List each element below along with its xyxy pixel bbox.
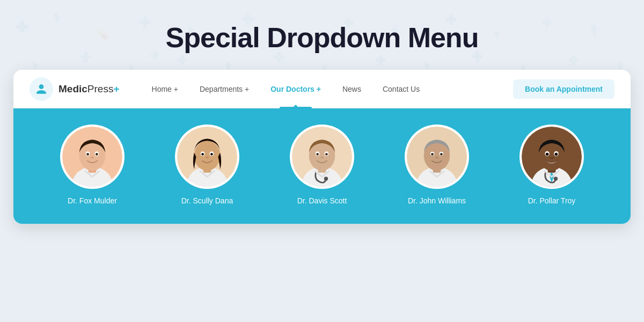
page-title: Special Dropdown Menu <box>0 21 644 54</box>
doctor-avatar-2 <box>175 125 239 189</box>
svg-point-85 <box>554 177 558 180</box>
doctor-name-1: Dr. Fox Mulder <box>68 196 117 205</box>
doctor-card-2[interactable]: Dr. Scully Dana <box>159 125 255 205</box>
svg-point-72 <box>316 153 319 156</box>
svg-point-81 <box>440 153 443 156</box>
nav-item-departments[interactable]: Departments + <box>189 70 260 108</box>
doctor-avatar-4 <box>405 125 469 189</box>
svg-point-64 <box>210 153 213 156</box>
brand-icon <box>30 77 53 101</box>
nav-item-our-doctors[interactable]: Our Doctors + <box>260 70 332 108</box>
nav-item-home[interactable]: Home + <box>141 70 189 108</box>
doctor-card-3[interactable]: Dr. Davis Scott <box>274 125 370 205</box>
svg-point-56 <box>96 153 98 156</box>
card-wrapper: MedicPress+ Home + Departments + Our Doc… <box>13 70 631 224</box>
page-title-area: Special Dropdown Menu <box>0 0 644 64</box>
svg-point-80 <box>431 153 434 156</box>
nav-item-contact[interactable]: Contact Us <box>372 70 430 108</box>
doctor-card-1[interactable]: Dr. Fox Mulder <box>44 125 141 205</box>
brand-name: MedicPress+ <box>58 83 120 95</box>
svg-point-90 <box>555 153 558 156</box>
svg-point-55 <box>86 153 89 156</box>
doctor-avatar-3 <box>290 125 354 189</box>
navbar: MedicPress+ Home + Departments + Our Doc… <box>13 70 631 108</box>
svg-point-89 <box>546 153 549 156</box>
book-appointment-button[interactable]: Book an Appointment <box>513 79 614 99</box>
doctor-avatar-5 <box>519 125 584 189</box>
dropdown-arrow <box>291 105 300 109</box>
doctors-dropdown-panel: Dr. Fox Mulder <box>13 108 631 224</box>
svg-point-73 <box>325 153 328 156</box>
doctor-name-4: Dr. John Williams <box>408 196 466 205</box>
nav-item-news[interactable]: News <box>332 70 372 108</box>
doctor-card-5[interactable]: Dr. Pollar Troy <box>503 125 600 205</box>
doctor-card-4[interactable]: Dr. John Williams <box>389 125 485 205</box>
doctor-name-5: Dr. Pollar Troy <box>528 196 576 205</box>
doctor-name-3: Dr. Davis Scott <box>297 196 347 205</box>
nav-links: Home + Departments + Our Doctors + News … <box>141 70 514 108</box>
brand-logo[interactable]: MedicPress+ <box>30 77 120 101</box>
doctor-avatar-1 <box>60 125 125 189</box>
svg-point-68 <box>324 177 328 180</box>
svg-point-60 <box>194 141 221 171</box>
main-card: MedicPress+ Home + Departments + Our Doc… <box>13 70 631 224</box>
svg-point-63 <box>201 153 204 156</box>
doctor-name-2: Dr. Scully Dana <box>181 196 233 205</box>
